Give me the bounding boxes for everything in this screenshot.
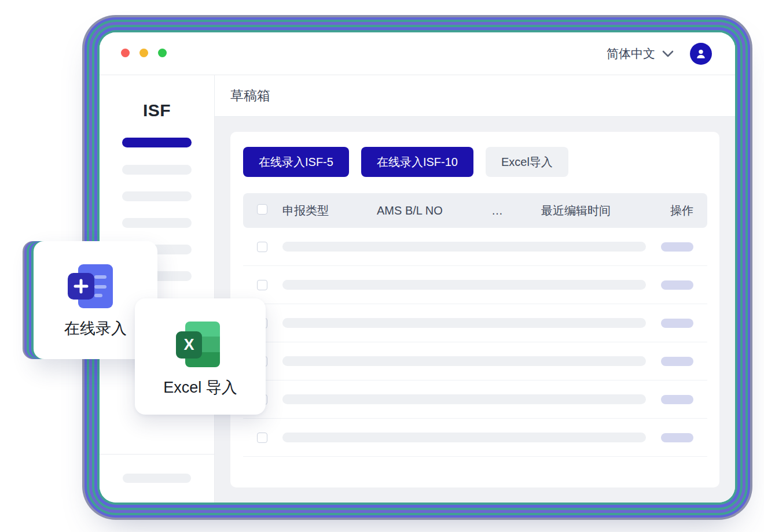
sidebar-item-placeholder[interactable]	[122, 165, 192, 175]
titlebar-right: 简体中文	[607, 32, 712, 75]
column-header-ellipsis: …	[491, 204, 541, 217]
row-action-pill[interactable]	[661, 433, 693, 442]
user-icon	[694, 47, 708, 61]
sidebar-brand: ISF	[100, 101, 214, 120]
chevron-down-icon	[662, 50, 674, 57]
toolbar: 在线录入ISF-5 在线录入ISF-10 Excel导入	[243, 147, 568, 177]
table-row	[243, 228, 707, 266]
window-titlebar: 简体中文	[100, 32, 735, 75]
row-placeholder	[282, 356, 646, 366]
row-action-pill[interactable]	[661, 280, 693, 290]
row-placeholder	[282, 318, 646, 328]
row-placeholder	[282, 280, 646, 290]
traffic-light-minimize-icon[interactable]	[139, 49, 148, 57]
online-entry-isf5-button[interactable]: 在线录入ISF-5	[243, 147, 349, 177]
traffic-light-zoom-icon[interactable]	[158, 49, 167, 57]
table-card: 在线录入ISF-5 在线录入ISF-10 Excel导入 申报类型 AMS B/…	[230, 132, 719, 487]
row-action-pill[interactable]	[661, 395, 693, 404]
content-area: 在线录入ISF-5 在线录入ISF-10 Excel导入 申报类型 AMS B/…	[215, 117, 735, 503]
row-placeholder	[282, 242, 646, 252]
traffic-light-close-icon[interactable]	[121, 49, 130, 57]
excel-import-card[interactable]: X Excel 导入	[135, 298, 266, 415]
row-placeholder	[282, 433, 646, 442]
row-action-pill[interactable]	[661, 242, 693, 252]
table-body	[243, 228, 707, 457]
main-area: 草稿箱 在线录入ISF-5 在线录入ISF-10 Excel导入 申报类型 AM…	[215, 75, 735, 503]
select-all-checkbox[interactable]	[257, 204, 267, 215]
excel-import-card-label: Excel 导入	[135, 377, 266, 398]
language-label: 简体中文	[607, 46, 655, 62]
column-header-actions: 操作	[666, 203, 693, 219]
sidebar-item-active[interactable]	[122, 138, 192, 147]
page-title: 草稿箱	[230, 87, 270, 105]
window-controls	[121, 49, 167, 57]
column-header-ams-bl-no: AMS B/L NO	[377, 204, 491, 217]
row-checkbox[interactable]	[257, 242, 267, 252]
row-action-pill[interactable]	[661, 357, 693, 366]
language-selector[interactable]: 简体中文	[607, 46, 674, 62]
excel-import-button[interactable]: Excel导入	[486, 147, 568, 177]
user-avatar[interactable]	[690, 43, 712, 65]
table-row	[243, 380, 707, 419]
row-placeholder	[282, 394, 646, 404]
sidebar-item-placeholder[interactable]	[122, 191, 192, 201]
column-header-last-edited: 最近编辑时间	[541, 203, 666, 219]
sidebar-footer	[100, 454, 214, 483]
table-row	[243, 266, 707, 304]
app-window: 简体中文 ISF	[100, 32, 735, 503]
table-row	[243, 419, 707, 457]
row-checkbox[interactable]	[257, 433, 267, 443]
sidebar-footer-placeholder[interactable]	[123, 474, 191, 483]
table-row	[243, 304, 707, 342]
online-entry-isf10-button[interactable]: 在线录入ISF-10	[361, 147, 473, 177]
row-action-pill[interactable]	[661, 319, 693, 328]
table-header: 申报类型 AMS B/L NO … 最近编辑时间 操作	[243, 193, 707, 228]
page-background: 简体中文 ISF	[0, 0, 764, 532]
table-row	[243, 342, 707, 380]
sidebar-item-placeholder[interactable]	[122, 218, 192, 228]
page-header: 草稿箱	[215, 75, 735, 117]
row-checkbox[interactable]	[257, 280, 267, 290]
column-header-declare-type: 申报类型	[282, 203, 377, 219]
